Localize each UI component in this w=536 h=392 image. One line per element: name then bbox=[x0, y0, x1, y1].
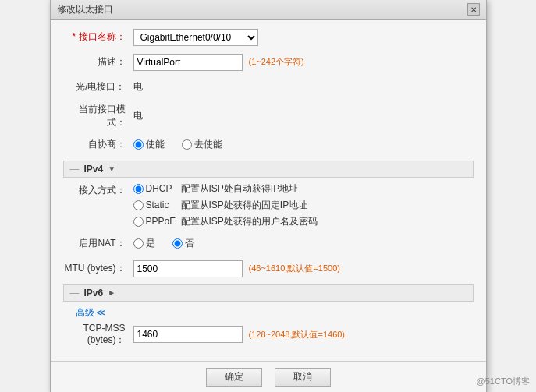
access-dhcp-desc: 配置从ISP处自动获得IP地址 bbox=[181, 182, 299, 196]
title-bar: 修改以太接口 ✕ bbox=[51, 0, 486, 20]
desc-input[interactable] bbox=[133, 54, 243, 71]
access-label: 接入方式： bbox=[63, 182, 133, 197]
optical-value: 电 bbox=[133, 80, 143, 94]
auto-disable-label[interactable]: 去使能 bbox=[182, 138, 222, 151]
advanced-link[interactable]: 高级 ≪ bbox=[76, 306, 474, 320]
access-static-desc: 配置从ISP处获得的固定IP地址 bbox=[181, 199, 308, 212]
tcp-label: TCP-MSS (bytes)： bbox=[63, 323, 133, 347]
mode-value: 电 bbox=[133, 109, 143, 122]
cancel-button[interactable]: 取消 bbox=[275, 368, 331, 387]
ipv6-section-dash: — bbox=[70, 288, 80, 298]
ipv6-title: IPv6 bbox=[84, 288, 104, 298]
interface-name-row: 接口名称： GigabitEthernet0/0/10 bbox=[63, 28, 474, 47]
ipv4-content: 接入方式： DHCP 配置从ISP处自动获得IP地址 bbox=[63, 182, 474, 278]
tcp-hint: (128~2048,默认值=1460) bbox=[249, 329, 346, 341]
dialog-title: 修改以太接口 bbox=[57, 3, 113, 16]
mtu-row: MTU (bytes)： (46~1610,默认值=1500) bbox=[63, 260, 474, 278]
access-static-option: Static 配置从ISP处获得的固定IP地址 bbox=[133, 199, 318, 212]
interface-name-select[interactable]: GigabitEthernet0/0/10 bbox=[133, 29, 258, 46]
mtu-label: MTU (bytes)： bbox=[63, 262, 133, 275]
ipv6-arrow: ► bbox=[108, 288, 115, 297]
optical-label: 光/电接口： bbox=[63, 80, 133, 94]
ipv4-section-header[interactable]: — IPv4 ▼ bbox=[63, 161, 474, 178]
access-static-text: Static bbox=[146, 200, 169, 210]
access-static-radio[interactable] bbox=[133, 200, 144, 210]
access-static-label[interactable]: Static bbox=[133, 200, 176, 210]
mtu-hint: (46~1610,默认值=1500) bbox=[249, 263, 340, 274]
auto-enable-text: 使能 bbox=[146, 138, 165, 151]
ipv6-section-header[interactable]: — IPv6 ► bbox=[63, 284, 474, 302]
access-pppoe-text: PPPoE bbox=[146, 216, 176, 227]
desc-label: 描述： bbox=[63, 55, 133, 69]
tcp-input[interactable] bbox=[133, 326, 243, 343]
nat-no-radio[interactable] bbox=[172, 238, 183, 249]
nat-row: 启用NAT： 是 否 bbox=[63, 235, 474, 253]
desc-hint: (1~242个字符) bbox=[249, 56, 304, 68]
dialog: 修改以太接口 ✕ 接口名称： GigabitEthernet0/0/10 描述：… bbox=[50, 0, 487, 392]
confirm-button[interactable]: 确定 bbox=[206, 368, 262, 387]
access-pppoe-option: PPPoE 配置从ISP处获得的用户名及密码 bbox=[133, 215, 318, 228]
access-pppoe-radio[interactable] bbox=[133, 217, 144, 227]
mode-label: 当前接口模式： bbox=[63, 103, 133, 129]
auto-radio-group: 使能 去使能 bbox=[133, 138, 235, 151]
auto-disable-radio[interactable] bbox=[182, 139, 192, 150]
ipv4-title: IPv4 bbox=[84, 164, 104, 175]
ipv4-section-dash: — bbox=[70, 164, 80, 175]
nat-yes-label[interactable]: 是 bbox=[133, 237, 155, 250]
nat-no-label[interactable]: 否 bbox=[172, 237, 194, 250]
nat-radio-group: 是 否 bbox=[133, 237, 207, 250]
dialog-footer: 确定 取消 bbox=[51, 361, 486, 393]
mtu-input[interactable] bbox=[133, 260, 243, 277]
access-dhcp-option: DHCP 配置从ISP处自动获得IP地址 bbox=[133, 182, 318, 196]
ipv4-arrow: ▼ bbox=[108, 164, 115, 173]
nat-yes-text: 是 bbox=[146, 237, 155, 250]
mode-row: 当前接口模式： 电 bbox=[63, 103, 474, 129]
auto-disable-text: 去使能 bbox=[194, 138, 222, 151]
access-pppoe-label[interactable]: PPPoE bbox=[133, 216, 176, 227]
close-button[interactable]: ✕ bbox=[467, 3, 480, 16]
nat-label: 启用NAT： bbox=[63, 237, 133, 250]
nat-yes-radio[interactable] bbox=[133, 238, 144, 249]
advanced-text: 高级 bbox=[76, 306, 94, 320]
interface-name-label: 接口名称： bbox=[63, 30, 133, 44]
access-dhcp-text: DHCP bbox=[146, 183, 172, 194]
advanced-icon: ≪ bbox=[96, 307, 106, 318]
tcp-row: TCP-MSS (bytes)： (128~2048,默认值=1460) bbox=[63, 323, 474, 347]
nat-no-text: 否 bbox=[185, 237, 194, 250]
access-row: 接入方式： DHCP 配置从ISP处自动获得IP地址 bbox=[63, 182, 474, 228]
access-options: DHCP 配置从ISP处自动获得IP地址 Static 配置从ISP处获得的固定… bbox=[133, 182, 318, 228]
watermark: @51CTO博客 bbox=[477, 376, 530, 387]
dialog-content: 接口名称： GigabitEthernet0/0/10 描述： (1~242个字… bbox=[51, 20, 486, 361]
auto-enable-label[interactable]: 使能 bbox=[133, 138, 165, 151]
desc-row: 描述： (1~242个字符) bbox=[63, 53, 474, 72]
access-dhcp-radio[interactable] bbox=[133, 184, 144, 194]
optical-row: 光/电接口： 电 bbox=[63, 78, 474, 97]
access-pppoe-desc: 配置从ISP处获得的用户名及密码 bbox=[181, 215, 318, 228]
auto-row: 自协商： 使能 去使能 bbox=[63, 136, 474, 154]
auto-enable-radio[interactable] bbox=[133, 139, 144, 150]
access-dhcp-label[interactable]: DHCP bbox=[133, 183, 176, 194]
auto-label: 自协商： bbox=[63, 138, 133, 151]
